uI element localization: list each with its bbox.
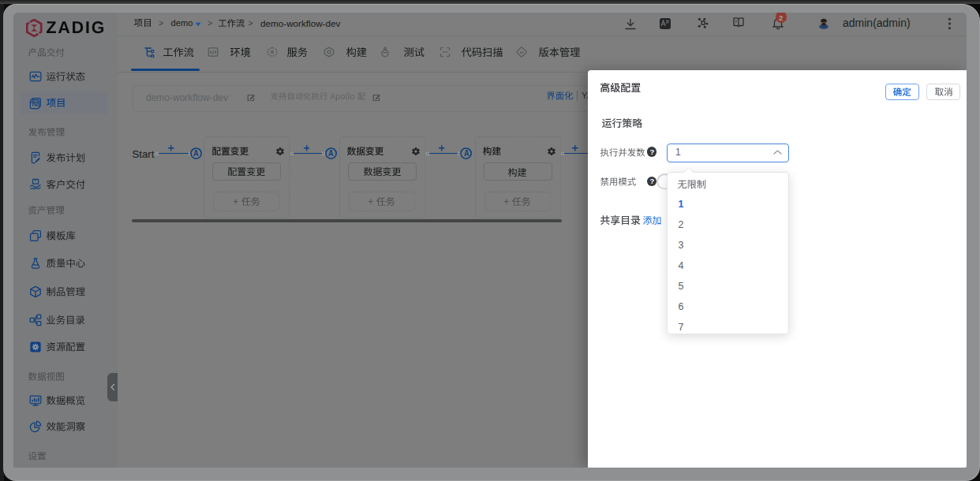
svg-text:PM: PM [32, 103, 37, 106]
